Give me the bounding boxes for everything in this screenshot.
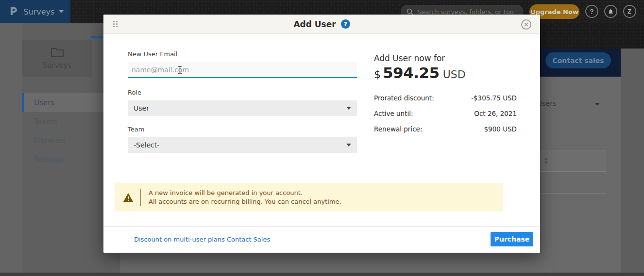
team-value: -Select- <box>134 141 159 149</box>
dialog-help-icon[interactable]: ? <box>341 19 350 29</box>
prorated-discount-row: Prorated discount: -$305.75 USD <box>374 94 517 102</box>
purchase-button[interactable]: Purchase <box>491 232 533 246</box>
dialog-footer: Discount on multi-user plans Contact Sal… <box>103 226 540 253</box>
text-cursor-icon <box>177 65 183 74</box>
renewal-price-row: Renewal price: $900 USD <box>374 125 517 133</box>
role-value: User <box>134 104 149 112</box>
price-breakdown: Prorated discount: -$305.75 USD Active u… <box>374 94 517 141</box>
chevron-down-icon <box>346 144 351 146</box>
currency-symbol: $ <box>374 68 381 81</box>
price-heading: Add User now for <box>374 53 445 63</box>
active-until-row: Active until: Oct 26, 2021 <box>374 110 517 117</box>
row-value: -$305.75 USD <box>471 94 517 102</box>
dialog-title: Add User <box>293 19 336 29</box>
sort-icon[interactable] <box>544 157 548 164</box>
currency-code: USD <box>443 68 466 81</box>
add-user-dialog: Add User ? New User Email Role User Team… <box>103 15 540 253</box>
row-label: Renewal price: <box>374 125 422 133</box>
row-value: Oct 26, 2021 <box>474 110 517 117</box>
invoice-warning: A new invoice will be generated in your … <box>115 183 503 211</box>
row-value: $900 USD <box>484 125 517 133</box>
team-label: Team <box>128 126 144 133</box>
price-amount: 594.25 <box>383 64 440 81</box>
warning-icon <box>123 193 134 202</box>
close-icon[interactable] <box>521 19 531 30</box>
page-footer-strip <box>0 273 644 276</box>
discount-contact-sales-link[interactable]: Discount on multi-user plans Contact Sal… <box>134 236 270 243</box>
product-name: Surveys <box>23 7 54 16</box>
chevron-down-icon[interactable] <box>595 103 600 106</box>
toolbar-dark-region <box>540 23 644 49</box>
tab-surveys[interactable]: Surveys <box>22 40 92 77</box>
row-label: Active until: <box>374 110 413 117</box>
bell-icon <box>608 8 614 15</box>
help-button[interactable]: ? <box>585 5 598 18</box>
warning-line-2: All accounts are on recurring billing. Y… <box>149 197 341 206</box>
warning-divider <box>140 189 141 206</box>
page-right-margin <box>621 23 644 276</box>
role-label: Role <box>128 89 141 96</box>
folder-icon <box>51 47 64 57</box>
chevron-down-icon <box>59 10 64 13</box>
warning-line-1: A new invoice will be generated in your … <box>149 189 341 197</box>
tab-surveys-label: Surveys <box>43 61 72 70</box>
price-total: $ 594.25 USD <box>374 64 466 81</box>
avatar[interactable]: Z <box>623 5 636 18</box>
product-switcher[interactable]: P Surveys <box>0 0 70 23</box>
email-label: New User Email <box>128 50 177 58</box>
help-icon: ? <box>590 8 594 15</box>
promo-banner: Contact sales <box>540 49 621 77</box>
avatar-initial: Z <box>627 8 631 15</box>
notifications-button[interactable] <box>604 5 617 18</box>
table-header-row <box>540 150 606 172</box>
role-select[interactable]: User <box>128 100 357 116</box>
page-left-margin <box>0 23 22 276</box>
drag-handle-icon[interactable] <box>113 21 119 28</box>
table-row <box>540 172 606 194</box>
dialog-header: Add User ? <box>103 15 540 34</box>
search-icon <box>407 8 413 15</box>
brand-logo-icon: P <box>10 6 17 17</box>
team-select[interactable]: -Select- <box>128 137 357 153</box>
email-field[interactable] <box>128 62 357 78</box>
row-label: Prorated discount: <box>374 94 434 102</box>
contact-sales-button[interactable]: Contact sales <box>545 52 611 68</box>
chevron-down-icon <box>346 107 351 110</box>
active-tab-edge <box>91 36 103 38</box>
